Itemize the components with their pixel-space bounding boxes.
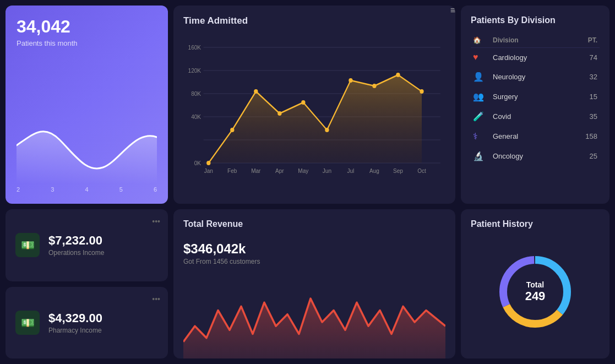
division-col-pt: PT. (588, 36, 597, 44)
svg-point-11 (206, 161, 210, 165)
division-row: ⚕ General 158 (471, 127, 600, 146)
pharmacy-income-card: ••• 💵 $4,329.00 Pharmacy Income (6, 287, 168, 359)
operations-label: Operations Income (48, 249, 104, 257)
pharmacy-menu-button[interactable]: ••• (152, 295, 160, 303)
division-table-header: 🏠 Division PT. (471, 33, 600, 48)
donut-total-label: Total (525, 280, 546, 289)
svg-point-12 (230, 128, 234, 132)
time-admitted-title: Time Admitted (183, 15, 248, 26)
general-icon: ⚕ (473, 131, 493, 142)
history-title: Patient History (471, 219, 600, 229)
svg-text:Aug: Aug (369, 167, 379, 174)
division-row: 👤 Neurology 32 (471, 67, 600, 87)
operations-menu-button[interactable]: ••• (152, 217, 160, 226)
patients-month-card: 34,042 Patients this month 2 3 4 5 6 (6, 6, 168, 204)
svg-text:Jun: Jun (323, 167, 331, 174)
svg-text:Jan: Jan (204, 167, 213, 174)
patients-count: 34,042 (17, 17, 157, 37)
operations-icon: 💵 (15, 233, 40, 257)
svg-text:May: May (298, 167, 309, 174)
division-icon-header: 🏠 (473, 36, 493, 44)
svg-text:120K: 120K (188, 67, 201, 74)
operations-amount: $7,232.00 (48, 233, 104, 248)
donut-total-num: 249 (525, 289, 546, 303)
sparkline-chart (17, 53, 157, 184)
surgery-icon: 👥 (473, 91, 493, 102)
time-admitted-card: Time Admitted ≡ 160K 12 (173, 6, 455, 204)
svg-text:40K: 40K (191, 113, 201, 121)
svg-point-16 (325, 128, 329, 132)
svg-point-17 (349, 78, 352, 83)
svg-point-19 (396, 73, 400, 77)
revenue-title: Total Revenue (183, 219, 445, 229)
operations-income-card: ••• 💵 $7,232.00 Operations Income (6, 209, 168, 281)
menu-icon[interactable]: ≡ (450, 6, 455, 15)
division-row: 👥 Surgery 15 (471, 87, 600, 107)
svg-text:Jul: Jul (347, 167, 354, 174)
cardiology-icon: ♥ (473, 52, 493, 62)
division-col-name: Division (493, 36, 588, 44)
income-cards-container: ••• 💵 $7,232.00 Operations Income ••• 💵 … (6, 209, 168, 358)
svg-text:0K: 0K (194, 160, 201, 167)
revenue-amount: $346,042k (183, 241, 445, 257)
pharmacy-amount: $4,329.00 (48, 311, 102, 325)
pharmacy-label: Pharmacy Income (48, 327, 102, 334)
division-title: Patients By Division (471, 15, 600, 25)
svg-text:Mar: Mar (251, 167, 261, 174)
time-admitted-chart: 160K 120K 80K 40K 0K (183, 36, 445, 174)
division-row: ♥ Cardiology 74 (471, 48, 600, 67)
donut-chart: Total 249 (491, 248, 579, 336)
revenue-sub: Got From 1456 customers (183, 258, 445, 265)
svg-point-14 (277, 111, 281, 116)
svg-point-18 (372, 84, 376, 88)
division-row: 🧪 Covid 35 (471, 107, 600, 127)
svg-text:Sep: Sep (393, 167, 403, 174)
sparkline-x-labels: 2 3 4 5 6 (17, 186, 157, 193)
revenue-chart (183, 271, 445, 358)
svg-text:Oct: Oct (417, 167, 426, 174)
patients-label: Patients this month (17, 39, 157, 47)
svg-text:80K: 80K (191, 90, 201, 97)
svg-text:160K: 160K (188, 44, 201, 51)
svg-text:Feb: Feb (227, 167, 237, 174)
svg-point-13 (254, 89, 258, 94)
oncology-icon: 🔬 (473, 151, 493, 161)
division-row: 🔬 Oncology 25 (471, 146, 600, 166)
covid-icon: 🧪 (473, 111, 493, 122)
neurology-icon: 👤 (473, 72, 493, 82)
donut-center: Total 249 (525, 280, 546, 303)
pharmacy-icon: 💵 (15, 311, 40, 335)
svg-point-15 (301, 100, 305, 105)
total-revenue-card: Total Revenue $346,042k Got From 1456 cu… (173, 209, 455, 358)
patient-history-card: Patient History Total 249 (461, 209, 609, 358)
svg-text:Apr: Apr (275, 167, 284, 174)
svg-point-20 (420, 89, 423, 94)
patients-by-division-card: Patients By Division 🏠 Division PT. ♥ Ca… (461, 6, 609, 204)
